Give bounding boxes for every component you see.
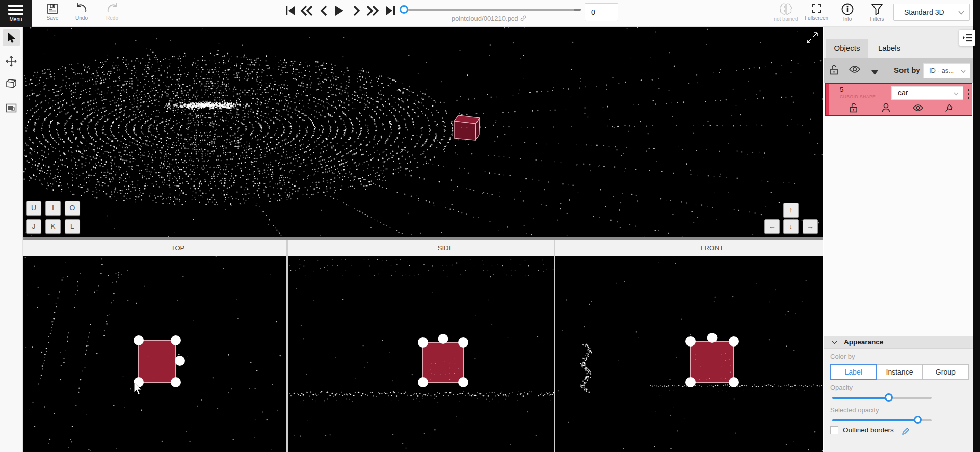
object-assignee-button[interactable] bbox=[882, 103, 890, 115]
collapse-panel-button[interactable] bbox=[959, 30, 975, 46]
menu-button[interactable]: Menu bbox=[0, 0, 32, 27]
frame-number-input[interactable] bbox=[585, 3, 618, 21]
ortho-views bbox=[23, 256, 823, 452]
cuboid-tool-button[interactable] bbox=[3, 75, 20, 92]
skip-to-end-button[interactable] bbox=[383, 4, 399, 18]
box-resize-handle[interactable] bbox=[175, 356, 185, 366]
previous-frame-button[interactable] bbox=[316, 4, 332, 18]
selected-opacity-slider[interactable] bbox=[832, 416, 932, 424]
filters-label: Filters bbox=[865, 16, 889, 22]
selected-opacity-slider-handle[interactable] bbox=[914, 416, 922, 424]
expand-view-icon[interactable] bbox=[806, 31, 819, 44]
tab-labels[interactable]: Labels bbox=[868, 39, 911, 58]
box-resize-handle[interactable] bbox=[458, 377, 468, 387]
box-resize-handle[interactable] bbox=[685, 336, 696, 347]
box-resize-handle[interactable] bbox=[171, 377, 181, 387]
opacity-slider-handle[interactable] bbox=[885, 393, 893, 402]
filters-button[interactable]: Filters bbox=[865, 3, 889, 22]
front-view-canvas bbox=[555, 256, 823, 452]
box-resize-handle[interactable] bbox=[729, 377, 739, 387]
undo-label: Undo bbox=[70, 15, 93, 21]
triangle-down-icon bbox=[871, 70, 878, 75]
chevron-down-icon bbox=[953, 92, 959, 96]
outlined-borders-label: Outlined borders bbox=[843, 426, 894, 434]
undo-button[interactable]: Undo bbox=[70, 3, 93, 21]
expand-all-button[interactable] bbox=[871, 68, 878, 77]
next-frame-icon bbox=[351, 4, 361, 17]
appearance-section-header[interactable]: Appearance bbox=[824, 336, 973, 349]
box-resize-handle[interactable] bbox=[707, 333, 718, 343]
fast-rewind-button[interactable] bbox=[299, 4, 314, 18]
view-mode-value: Standard 3D bbox=[904, 8, 944, 16]
arrow-left-key[interactable]: ← bbox=[764, 219, 780, 234]
opacity-slider[interactable] bbox=[832, 393, 932, 402]
key-u[interactable]: U bbox=[26, 201, 41, 216]
timeline-slider[interactable] bbox=[408, 9, 581, 11]
key-j[interactable]: J bbox=[26, 219, 41, 234]
appearance-title: Appearance bbox=[844, 338, 883, 346]
move-tool-button[interactable] bbox=[3, 52, 20, 70]
object-visibility-button[interactable] bbox=[913, 104, 923, 114]
color-by-label-option[interactable]: Label bbox=[830, 364, 877, 380]
view-mode-select[interactable]: Standard 3D bbox=[893, 4, 970, 21]
fullscreen-label: Fullscreen bbox=[805, 15, 828, 21]
image-overlay-tool-button[interactable] bbox=[3, 99, 20, 117]
color-by-segmented-control: Label Instance Group bbox=[830, 364, 969, 380]
object-card[interactable]: 5 CUBOID SHAPE car bbox=[825, 83, 972, 116]
object-shape-type: CUBOID SHAPE bbox=[840, 94, 876, 99]
key-k[interactable]: K bbox=[45, 219, 61, 234]
selected-opacity-label: Selected opacity bbox=[830, 406, 879, 414]
main-3d-viewport[interactable]: U I O J K L ↑ ← ↓ → bbox=[23, 27, 823, 237]
save-button[interactable]: Save bbox=[41, 3, 64, 21]
key-l[interactable]: L bbox=[65, 219, 80, 234]
save-label: Save bbox=[41, 15, 64, 21]
play-button[interactable] bbox=[331, 4, 347, 18]
object-lock-button[interactable] bbox=[850, 103, 858, 115]
info-button[interactable]: Info bbox=[836, 3, 859, 22]
arrow-down-key[interactable]: ↓ bbox=[783, 219, 799, 234]
redo-button[interactable]: Redo bbox=[100, 3, 124, 21]
box-resize-handle[interactable] bbox=[438, 334, 448, 344]
arrow-up-key[interactable]: ↑ bbox=[783, 203, 799, 218]
sort-by-value: ID - as... bbox=[929, 67, 954, 74]
color-by-instance-option[interactable]: Instance bbox=[877, 364, 922, 380]
key-i[interactable]: I bbox=[45, 201, 61, 216]
side-view-canvas bbox=[288, 256, 577, 452]
top-view[interactable] bbox=[23, 256, 286, 452]
side-view[interactable] bbox=[288, 256, 577, 452]
select-tool-button[interactable] bbox=[3, 29, 20, 46]
visibility-all-button[interactable] bbox=[849, 65, 860, 75]
sort-by-label: Sort by bbox=[894, 66, 920, 74]
fast-forward-button[interactable] bbox=[365, 4, 380, 18]
object-pin-button[interactable] bbox=[944, 103, 954, 115]
skip-to-start-button[interactable] bbox=[282, 4, 298, 18]
outlined-borders-checkbox[interactable] bbox=[830, 426, 838, 434]
cuboid-icon bbox=[5, 78, 17, 89]
box-resize-handle[interactable] bbox=[134, 335, 144, 345]
object-menu-button[interactable] bbox=[968, 87, 970, 101]
front-view[interactable] bbox=[555, 256, 823, 452]
panel-tabbar: Objects Labels bbox=[824, 27, 973, 58]
box-resize-handle[interactable] bbox=[418, 337, 428, 348]
box-resize-handle[interactable] bbox=[458, 337, 468, 348]
box-resize-handle[interactable] bbox=[729, 336, 739, 347]
eye-icon bbox=[849, 65, 860, 73]
timeline-handle[interactable] bbox=[400, 5, 408, 14]
sort-by-select[interactable]: ID - as... bbox=[923, 63, 970, 78]
arrow-right-key[interactable]: → bbox=[803, 219, 818, 234]
key-o[interactable]: O bbox=[65, 201, 80, 216]
box-resize-handle[interactable] bbox=[685, 377, 696, 387]
objects-panel: Objects Labels bbox=[824, 27, 973, 452]
tab-objects[interactable]: Objects bbox=[826, 39, 868, 58]
next-frame-button[interactable] bbox=[349, 4, 364, 18]
play-icon bbox=[333, 4, 345, 17]
ml-model-button[interactable]: not trained bbox=[773, 3, 799, 22]
edit-style-pencil-icon[interactable] bbox=[902, 427, 910, 435]
object-category-select[interactable]: car bbox=[891, 86, 963, 100]
box-resize-handle[interactable] bbox=[418, 377, 428, 387]
color-by-group-option[interactable]: Group bbox=[923, 364, 969, 380]
box-resize-handle[interactable] bbox=[171, 335, 181, 345]
object-category-value: car bbox=[898, 89, 908, 97]
fullscreen-button[interactable]: Fullscreen bbox=[805, 3, 828, 21]
lock-all-button[interactable] bbox=[830, 65, 838, 77]
